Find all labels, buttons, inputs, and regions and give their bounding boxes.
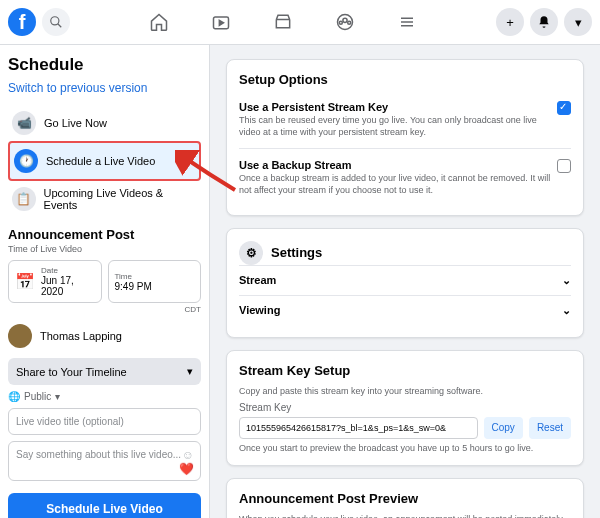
chevron-down-icon: ▾ [55,391,60,402]
globe-icon: 🌐 [8,391,20,402]
card-title: Announcement Post Preview [239,491,571,506]
create-button[interactable]: + [496,8,524,36]
preview-card: Announcement Post Preview When you sched… [226,478,584,518]
card-title: Stream Key Setup [239,363,571,378]
sidebar-item-schedule[interactable]: 🕐 Schedule a Live Video [8,141,201,181]
top-nav: f + ▾ [0,0,600,45]
chevron-down-icon: ▾ [187,365,193,378]
search-button[interactable] [42,8,70,36]
emoji-icon[interactable]: ☺ [182,448,194,462]
option-name: Use a Backup Stream [239,159,557,171]
card-title: Setup Options [239,72,571,87]
chevron-down-icon: ⌄ [562,274,571,287]
main-content: Setup Options Use a Persistent Stream Ke… [210,45,600,518]
privacy-selector[interactable]: 🌐 Public ▾ [8,391,201,402]
sidebar: Schedule Switch to previous version 📹 Go… [0,45,210,518]
sidebar-item-label: Upcoming Live Videos & Events [44,187,197,211]
copy-button[interactable]: Copy [484,417,523,439]
settings-header: ⚙ Settings [239,241,571,265]
gear-icon: ⚙ [239,241,263,265]
sidebar-item-go-live[interactable]: 📹 Go Live Now [8,105,201,141]
schedule-button[interactable]: Schedule Live Video [8,493,201,518]
marketplace-icon[interactable] [272,11,294,33]
stream-key-input[interactable]: 101555965426615817?s_bl=1&s_ps=1&s_sw=0& [239,417,478,439]
svg-line-1 [58,24,62,28]
svg-point-4 [343,18,347,22]
avatar [8,324,32,348]
groups-icon[interactable] [334,11,356,33]
sticker-icon[interactable]: ❤️ [179,462,194,476]
stream-key-note: Once you start to preview the broadcast … [239,443,571,453]
chevron-down-icon: ⌄ [562,304,571,317]
date-picker[interactable]: 📅 DateJun 17, 2020 [8,260,102,303]
calendar-icon: 📋 [12,187,36,211]
stream-settings-row[interactable]: Stream ⌄ [239,265,571,295]
setup-options-card: Setup Options Use a Persistent Stream Ke… [226,59,584,216]
viewing-settings-row[interactable]: Viewing ⌄ [239,295,571,325]
sidebar-item-label: Schedule a Live Video [46,155,155,167]
svg-point-0 [51,17,59,25]
option-name: Use a Persistent Stream Key [239,101,557,113]
watch-icon[interactable] [210,11,232,33]
timezone-label: CDT [8,305,201,314]
card-sub: Copy and paste this stream key into your… [239,386,571,396]
user-name: Thomas Lapping [40,330,122,342]
sidebar-item-label: Go Live Now [44,117,107,129]
share-dropdown[interactable]: Share to Your Timeline ▾ [8,358,201,385]
notifications-button[interactable] [530,8,558,36]
clock-icon: 🕐 [14,149,38,173]
video-icon: 📹 [12,111,36,135]
description-input[interactable]: Say something about this live video... ☺… [8,441,201,481]
card-sub: When you schedule your live video, an an… [239,514,571,518]
sidebar-item-upcoming[interactable]: 📋 Upcoming Live Videos & Events [8,181,201,217]
calendar-icon: 📅 [15,272,35,291]
option-desc: This can be reused every time you go liv… [239,115,557,138]
menu-icon[interactable] [396,11,418,33]
announcement-sub: Time of Live Video [8,244,201,254]
settings-card: ⚙ Settings Stream ⌄ Viewing ⌄ [226,228,584,338]
home-icon[interactable] [148,11,170,33]
announcement-title: Announcement Post [8,227,201,242]
reset-button[interactable]: Reset [529,417,571,439]
switch-version-link[interactable]: Switch to previous version [8,81,201,95]
account-button[interactable]: ▾ [564,8,592,36]
time-picker[interactable]: Time9:49 PM [108,260,202,303]
persistent-key-checkbox[interactable] [557,101,571,115]
sidebar-title: Schedule [8,55,201,75]
stream-key-card: Stream Key Setup Copy and paste this str… [226,350,584,466]
user-row: Thomas Lapping [8,324,201,348]
backup-stream-checkbox[interactable] [557,159,571,173]
stream-key-label: Stream Key [239,402,571,413]
facebook-logo[interactable]: f [8,8,36,36]
title-input[interactable]: Live video title (optional) [8,408,201,435]
svg-point-5 [339,21,342,24]
option-desc: Once a backup stream is added to your li… [239,173,557,196]
svg-point-6 [348,21,351,24]
